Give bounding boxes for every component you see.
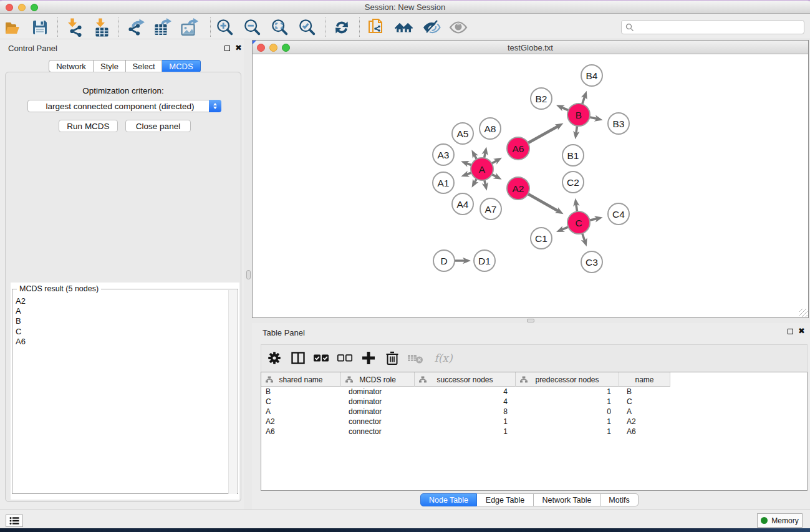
tab-style[interactable]: Style xyxy=(94,60,126,72)
horizontal-splitter-handle[interactable] xyxy=(527,319,534,322)
tab-node-table[interactable]: Node Table xyxy=(420,493,477,506)
tab-motifs[interactable]: Motifs xyxy=(600,493,639,506)
table-cell: 1 xyxy=(516,427,619,437)
delete-table-icon[interactable] xyxy=(406,349,425,367)
mcds-tab-content: Optimization criterion: largest connecte… xyxy=(5,72,241,502)
zoom-fit-icon[interactable] xyxy=(271,18,289,37)
mcds-result-list[interactable]: A2ABCA6 xyxy=(13,296,228,347)
close-panel-icon[interactable]: ✖ xyxy=(235,45,242,51)
mcds-result-item[interactable]: A6 xyxy=(13,337,228,347)
table-row[interactable]: Cdominator41C xyxy=(261,397,807,407)
zoom-out-icon[interactable] xyxy=(243,18,262,37)
node-label-C3: C3 xyxy=(586,257,598,268)
column-header-shared-name[interactable]: shared name xyxy=(261,372,341,387)
table-cell: B xyxy=(261,387,341,397)
toolbar-separator xyxy=(118,17,119,37)
node-label-B: B xyxy=(576,110,582,120)
gear-icon[interactable] xyxy=(265,349,284,367)
close-panel-button[interactable]: Close panel xyxy=(125,120,191,132)
open-file-icon[interactable] xyxy=(3,18,22,37)
column-header-predecessor-nodes[interactable]: predecessor nodes xyxy=(516,372,619,387)
table-cell: A2 xyxy=(619,417,670,427)
tab-select[interactable]: Select xyxy=(126,60,162,72)
mcds-result-item[interactable]: B xyxy=(13,316,228,326)
export-network-icon[interactable] xyxy=(127,18,146,37)
node-label-A2: A2 xyxy=(513,183,524,194)
table-cell: 0 xyxy=(516,407,619,417)
window-resize-grip[interactable] xyxy=(799,309,808,317)
float-panel-icon[interactable] xyxy=(224,46,230,51)
search-box[interactable] xyxy=(621,20,804,34)
mcds-result-group-title: MCDS result (5 nodes) xyxy=(17,284,101,293)
desktop-wallpaper-bottom xyxy=(0,528,810,532)
tab-edge-table[interactable]: Edge Table xyxy=(477,493,534,506)
node-label-C1: C1 xyxy=(535,233,547,244)
run-mcds-button[interactable]: Run MCDS xyxy=(59,120,118,132)
memory-button[interactable]: Memory xyxy=(757,513,803,528)
float-table-panel-icon[interactable] xyxy=(788,329,793,334)
task-list-icon xyxy=(9,516,19,525)
export-image-icon[interactable] xyxy=(180,18,199,37)
split-panes-icon[interactable] xyxy=(289,349,307,367)
delete-column-icon[interactable] xyxy=(383,349,402,367)
close-table-panel-icon[interactable]: ✖ xyxy=(798,328,805,334)
add-column-icon[interactable] xyxy=(359,349,378,367)
table-cell: A xyxy=(619,407,670,417)
show-selected-icon[interactable] xyxy=(449,18,468,37)
duplicate-network-icon[interactable] xyxy=(367,18,386,37)
show-all-networks-icon[interactable] xyxy=(395,18,413,37)
control-panel: Control Panel ✖ NetworkStyleSelectMCDS O… xyxy=(0,39,244,510)
optimization-criterion-value: largest connected component (directed) xyxy=(46,102,203,111)
tab-mcds[interactable]: MCDS xyxy=(162,60,201,72)
toolbar-separator xyxy=(210,17,211,37)
column-header-successor-nodes[interactable]: successor nodes xyxy=(415,372,516,387)
mcds-result-item[interactable]: C xyxy=(13,327,228,337)
mcds-result-item[interactable]: A xyxy=(13,306,228,316)
table-cell: dominator xyxy=(341,397,415,407)
table-cell: connector xyxy=(341,427,415,437)
node-label-A7: A7 xyxy=(485,204,497,215)
table-row[interactable]: Adominator80A xyxy=(261,407,807,417)
mcds-result-item[interactable]: A2 xyxy=(13,296,228,306)
import-network-icon[interactable] xyxy=(65,18,84,37)
export-table-icon[interactable] xyxy=(153,18,172,37)
table-row[interactable]: A6connector11A6 xyxy=(261,427,807,437)
select-all-columns-icon[interactable] xyxy=(312,349,330,367)
vertical-splitter-handle[interactable] xyxy=(246,270,251,279)
unselect-all-columns-icon[interactable] xyxy=(335,349,354,367)
network-view-window: testGlobe.txt AA6A2BCA5A8A3A1A4A7B4B2B3B… xyxy=(252,40,809,318)
function-builder-icon[interactable]: f(x) xyxy=(431,349,456,367)
refresh-icon[interactable] xyxy=(332,18,351,37)
import-table-icon[interactable] xyxy=(93,18,112,37)
node-label-D: D xyxy=(440,256,447,266)
column-namespace-icon xyxy=(419,376,427,383)
main-toolbar xyxy=(0,14,810,39)
column-namespace-icon xyxy=(266,376,273,383)
search-icon xyxy=(625,23,634,32)
search-input[interactable] xyxy=(634,23,790,32)
table-row[interactable]: A2connector11A2 xyxy=(261,417,807,427)
column-header-label: predecessor nodes xyxy=(535,375,599,384)
tab-network-table[interactable]: Network Table xyxy=(534,493,600,506)
zoom-in-icon[interactable] xyxy=(216,18,234,37)
column-header-MCDS-role[interactable]: MCDS role xyxy=(341,372,415,387)
table-cell: 1 xyxy=(516,397,619,407)
task-history-button[interactable] xyxy=(6,515,23,527)
table-cell: 1 xyxy=(415,417,516,427)
result-list-scrollbar[interactable] xyxy=(228,290,237,494)
node-label-A1: A1 xyxy=(438,178,450,188)
table-cell: 1 xyxy=(516,387,619,397)
network-window-title: testGlobe.txt xyxy=(253,43,808,52)
control-panel-title: Control Panel xyxy=(8,44,57,53)
table-cell: A6 xyxy=(261,427,341,437)
network-graph[interactable]: AA6A2BCA5A8A3A1A4A7B4B2B3B1C2C4C1C3DD1 xyxy=(253,55,809,318)
optimization-criterion-label: Optimization criterion: xyxy=(6,86,241,95)
table-row[interactable]: Bdominator41B xyxy=(261,387,807,397)
column-header-name[interactable]: name xyxy=(619,372,670,387)
zoom-selected-icon[interactable] xyxy=(298,18,317,37)
optimization-criterion-select[interactable]: largest connected component (directed) xyxy=(27,100,221,112)
table-cell: A6 xyxy=(619,427,670,437)
save-session-icon[interactable] xyxy=(31,18,49,37)
hide-selected-icon[interactable] xyxy=(422,18,441,37)
tab-network[interactable]: Network xyxy=(49,60,94,72)
